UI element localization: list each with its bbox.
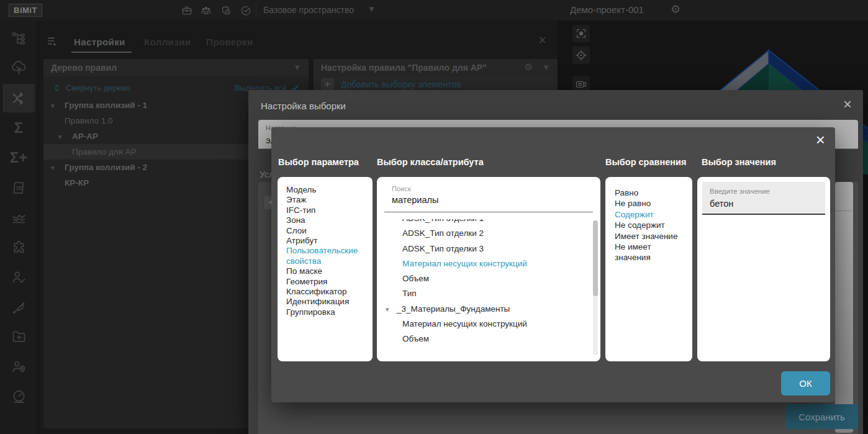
value-input-value: бетон <box>710 199 733 209</box>
class-attribute-list: ADSK_Тип отделки 1ADSK_Тип отделки 2ADSK… <box>377 219 589 355</box>
class-column-heading: Выбор класса/атрибута <box>377 157 484 167</box>
class-attribute-box: Поиск материалы ADSK_Тип отделки 1ADSK_Т… <box>377 177 600 361</box>
modal-title: Настройка выборки <box>261 101 346 111</box>
attribute-label: ADSK_Тип отделки 1 <box>402 219 484 223</box>
parameter-option[interactable]: IFC-тип <box>286 206 368 215</box>
class-group-row[interactable]: ▾_3_Материалы_Фундаменты <box>377 302 589 317</box>
attribute-label: Тип <box>402 289 417 298</box>
parameter-option[interactable]: Пользовательские свойства <box>286 246 368 266</box>
comparison-option[interactable]: Не равно <box>615 198 687 209</box>
attribute-label: _3_Материалы_Фундаменты <box>397 304 510 314</box>
modal-close-icon[interactable]: × <box>843 97 852 111</box>
group-collapse-chevron-icon[interactable]: ▾ <box>386 302 397 317</box>
attribute-option[interactable]: ADSK_Тип отделки 3 <box>377 242 589 256</box>
attribute-option[interactable]: Объем <box>377 332 589 346</box>
save-button[interactable]: Сохранить <box>785 404 858 429</box>
parameter-list: МодельЭтажIFC-типЗонаСлоиАтрибутПользова… <box>278 177 373 361</box>
attribute-label: Материал несущих конструкций <box>402 259 527 268</box>
value-box: Введите значение бетон <box>697 177 830 361</box>
attribute-label: ADSK_Тип отделки 2 <box>402 228 484 238</box>
search-underline <box>384 212 593 212</box>
attribute-label: Материал несущих конструкций <box>402 319 527 328</box>
parameter-option[interactable]: Атрибут <box>286 236 368 246</box>
ok-button[interactable]: ОК <box>781 371 830 396</box>
search-label: Поиск <box>392 185 410 192</box>
attribute-option[interactable]: Материал несущих конструкций <box>377 256 589 271</box>
parameter-option[interactable]: Слои <box>286 226 368 236</box>
search-input[interactable]: материалы <box>392 195 438 205</box>
value-column-heading: Выбор значения <box>702 157 776 167</box>
value-input[interactable]: Введите значение бетон <box>702 182 825 215</box>
attribute-option[interactable]: Материал несущих конструкций <box>377 317 589 332</box>
application-window: BiMiT Базовое пространство ▼ Демо-проект… <box>0 0 868 434</box>
attribute-option[interactable]: ADSK_Тип отделки 2 <box>377 226 589 241</box>
comparison-list: РавноНе равноСодержитНе содержитИмеет зн… <box>605 177 692 361</box>
parameter-option[interactable]: Этаж <box>286 195 368 205</box>
scrollbar-thumb[interactable] <box>593 220 598 296</box>
parameter-column-heading: Выбор параметра <box>278 157 359 167</box>
attribute-label: ADSK_Тип отделки 3 <box>402 244 484 253</box>
comparison-option[interactable]: Не содержит <box>615 220 687 230</box>
attribute-option[interactable]: ADSK_Тип отделки 1 <box>377 219 589 226</box>
comparison-option[interactable]: Содержит <box>615 209 687 220</box>
comparison-option[interactable]: Не имеет значения <box>615 242 687 263</box>
attribute-option[interactable]: Объем <box>377 271 589 286</box>
comparison-column-heading: Выбор сравнения <box>605 157 686 167</box>
parameter-option[interactable]: Классификатор <box>286 287 368 297</box>
parameter-option[interactable]: Идентификация <box>286 297 368 307</box>
parameter-option[interactable]: По маске <box>286 266 368 276</box>
class-list-scrollbar[interactable] <box>593 220 598 355</box>
attribute-option[interactable]: Тип <box>377 286 589 301</box>
parameter-option[interactable]: Группировка <box>286 307 368 317</box>
parameter-option[interactable]: Модель <box>286 185 368 195</box>
condition-builder-dialog: × Выбор параметра Выбор класса/атрибута … <box>271 127 835 402</box>
condition-panel-edge <box>835 182 853 433</box>
comparison-option[interactable]: Имеет значение <box>615 231 687 242</box>
attribute-label: Объем <box>402 274 429 283</box>
dialog-close-icon[interactable]: × <box>816 132 825 147</box>
parameter-option[interactable]: Геометрия <box>286 277 368 287</box>
comparison-option[interactable]: Равно <box>615 188 687 198</box>
parameter-option[interactable]: Зона <box>286 215 368 225</box>
value-input-label: Введите значение <box>710 188 770 195</box>
attribute-label: Объем <box>402 334 429 343</box>
